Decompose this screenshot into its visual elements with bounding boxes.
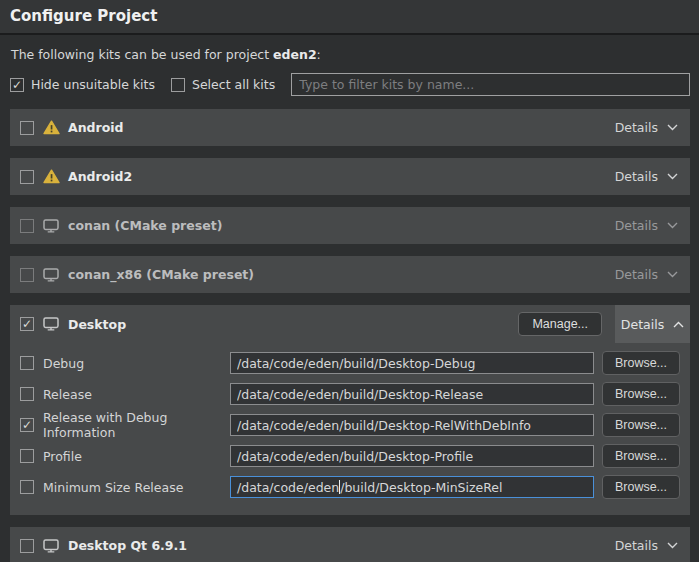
chevron-down-icon (667, 271, 678, 278)
details-button-android[interactable]: Details (615, 120, 680, 135)
kit-name: conan_x86 (CMake preset) (68, 267, 254, 282)
details-label: Details (615, 120, 658, 135)
kit-row-android: Android Details (10, 109, 690, 146)
browse-button-relwithdebinfo[interactable]: Browse... (602, 413, 680, 437)
page-title: Configure Project (10, 7, 689, 25)
warning-icon (43, 169, 61, 184)
select-all-kits-label: Select all kits (192, 77, 275, 92)
build-config-row-minsizerel: Minimum Size Release /data/code/eden/bui… (20, 476, 680, 498)
debug-path-input[interactable] (230, 352, 594, 374)
build-config-label: Minimum Size Release (43, 480, 230, 495)
kit-name: Android (68, 120, 124, 135)
build-config-row-relwithdebinfo: ✓ Release with Debug Information Browse.… (20, 414, 680, 436)
details-label: Details (615, 538, 658, 553)
desktop-icon (43, 219, 61, 233)
kit-name: Android2 (68, 169, 132, 184)
chevron-down-icon (667, 173, 678, 180)
select-all-kits-checkbox-group[interactable]: Select all kits (171, 77, 275, 92)
hide-unsuitable-kits-label: Hide unsuitable kits (31, 77, 155, 92)
build-config-row-release: Release Browse... (20, 383, 680, 405)
kit-checkbox-desktop[interactable]: ✓ (20, 317, 34, 331)
build-config-checkbox-release[interactable] (20, 387, 34, 401)
browse-button-debug[interactable]: Browse... (602, 351, 680, 375)
chevron-down-icon (667, 542, 678, 549)
desktop-icon (43, 268, 61, 282)
details-button-android2[interactable]: Details (615, 169, 680, 184)
kit-checkbox-desktop-qt-691[interactable] (20, 539, 34, 553)
release-path-input[interactable] (230, 383, 594, 405)
kit-row-desktop: ✓ Desktop Manage... Details (10, 305, 690, 343)
details-label: Details (615, 267, 658, 282)
details-button-desktop[interactable]: Details (615, 305, 690, 343)
kit-name: conan (CMake preset) (68, 218, 222, 233)
kit-checkbox-android[interactable] (20, 121, 34, 135)
kit-row-conan-x86: conan_x86 (CMake preset) Details (10, 256, 690, 293)
details-label: Details (621, 317, 664, 332)
details-label: Details (615, 218, 658, 233)
minsizerel-path-input[interactable]: /data/code/eden/build/Desktop-MinSizeRel (230, 476, 594, 498)
build-config-label: Release (43, 387, 230, 402)
check-icon: ✓ (22, 318, 32, 330)
desktop-icon (43, 539, 61, 553)
chevron-down-icon (667, 124, 678, 131)
warning-icon (43, 120, 61, 135)
kit-name: Desktop (68, 317, 126, 332)
select-all-kits-checkbox[interactable] (171, 78, 185, 92)
intro-text-after: : (317, 47, 321, 62)
kit-checkbox-conan-x86[interactable] (20, 268, 34, 282)
kit-filter-input[interactable] (291, 73, 690, 96)
profile-path-input[interactable] (230, 445, 594, 467)
kit-checkbox-android2[interactable] (20, 170, 34, 184)
build-config-label: Debug (43, 356, 230, 371)
check-icon: ✓ (22, 419, 32, 431)
kit-row-android2: Android2 Details (10, 158, 690, 195)
kit-section-desktop: ✓ Desktop Manage... Details Debug Browse… (10, 305, 690, 515)
intro-text-before: The following kits can be used for proje… (11, 47, 273, 62)
intro-text: The following kits can be used for proje… (11, 47, 690, 62)
relwithdebinfo-path-input[interactable] (230, 414, 594, 436)
path-text-before-caret: /data/code/eden (237, 480, 339, 495)
kit-row-conan: conan (CMake preset) Details (10, 207, 690, 244)
build-config-checkbox-relwithdebinfo[interactable]: ✓ (20, 418, 34, 432)
chevron-down-icon (667, 222, 678, 229)
browse-button-release[interactable]: Browse... (602, 382, 680, 406)
project-name: eden2 (273, 47, 317, 62)
manage-kits-button[interactable]: Manage... (518, 312, 602, 336)
hide-unsuitable-kits-checkbox[interactable]: ✓ (10, 78, 24, 92)
browse-button-minsizerel[interactable]: Browse... (602, 475, 680, 499)
build-config-row-profile: Profile Browse... (20, 445, 680, 467)
kit-name: Desktop Qt 6.9.1 (68, 538, 187, 553)
kit-filter-bar: ✓ Hide unsuitable kits Select all kits (10, 73, 690, 96)
details-button-desktop-qt-691[interactable]: Details (615, 538, 680, 553)
details-label: Details (615, 169, 658, 184)
build-config-checkbox-debug[interactable] (20, 356, 34, 370)
kit-row-desktop-qt-691: Desktop Qt 6.9.1 Details (10, 527, 690, 562)
chevron-up-icon (673, 321, 684, 328)
build-config-label: Release with Debug Information (43, 410, 230, 440)
check-icon: ✓ (12, 79, 22, 91)
build-config-checkbox-minsizerel[interactable] (20, 480, 34, 494)
build-config-label: Profile (43, 449, 230, 464)
build-config-checkbox-profile[interactable] (20, 449, 34, 463)
details-button-conan[interactable]: Details (615, 218, 680, 233)
details-button-conan-x86[interactable]: Details (615, 267, 680, 282)
desktop-icon (43, 317, 61, 331)
configure-project-panel: The following kits can be used for proje… (0, 47, 699, 562)
build-config-row-debug: Debug Browse... (20, 352, 680, 374)
browse-button-profile[interactable]: Browse... (602, 444, 680, 468)
kit-checkbox-conan[interactable] (20, 219, 34, 233)
dialog-titlebar: Configure Project (0, 0, 699, 35)
path-text-after-caret: /build/Desktop-MinSizeRel (340, 480, 502, 495)
hide-unsuitable-kits-checkbox-group[interactable]: ✓ Hide unsuitable kits (10, 77, 155, 92)
